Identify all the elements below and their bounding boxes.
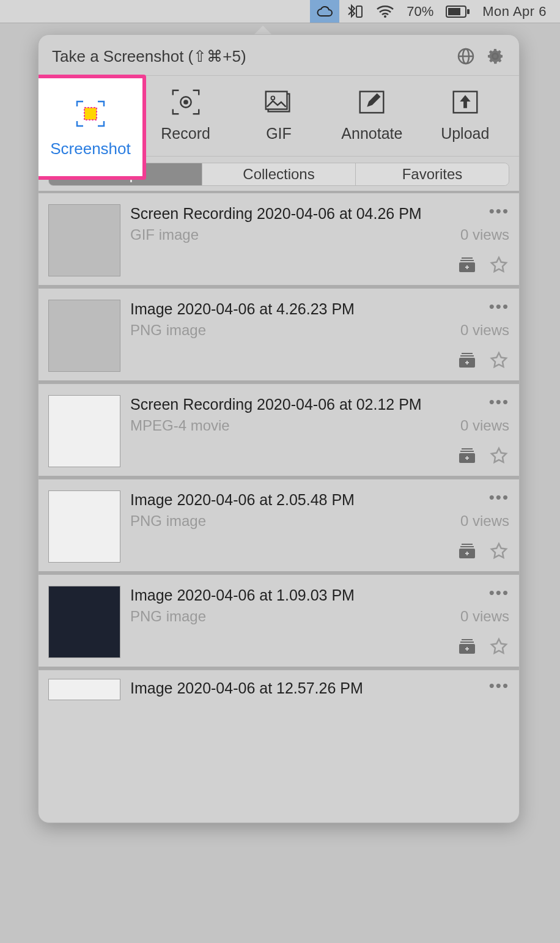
list-item[interactable]: Image 2020-04-06 at 1.09.03 PM ••• PNG i… (39, 574, 519, 670)
svg-point-10 (183, 100, 188, 105)
item-title: Screen Recording 2020-04-06 at 04.26 PM (130, 204, 428, 223)
star-icon[interactable] (488, 636, 509, 657)
item-type: GIF image (130, 226, 199, 243)
thumbnail (48, 586, 120, 658)
item-title: Image 2020-04-06 at 2.05.48 PM (130, 490, 361, 509)
item-views: 0 views (460, 512, 509, 530)
list-item[interactable]: Screen Recording 2020-04-06 at 04.26 PM … (39, 191, 519, 288)
drops-list: Screen Recording 2020-04-06 at 04.26 PM … (39, 191, 519, 823)
battery-percent: 70% (400, 0, 440, 23)
item-title: Screen Recording 2020-04-06 at 02.12 PM (130, 395, 428, 413)
upload-icon (449, 86, 482, 119)
svg-rect-4 (467, 9, 470, 14)
svg-rect-8 (84, 108, 97, 120)
globe-icon[interactable] (455, 46, 476, 67)
cloud-icon[interactable] (310, 0, 339, 23)
list-item[interactable]: Image 2020-04-06 at 4.26.23 PM ••• PNG i… (39, 288, 519, 383)
action-label: Record (161, 125, 210, 142)
action-annotate[interactable]: Annotate (332, 86, 411, 142)
annotate-icon (355, 86, 388, 119)
gif-icon (262, 86, 295, 119)
more-icon[interactable]: ••• (485, 679, 509, 690)
action-upload[interactable]: Upload (426, 86, 505, 142)
item-views: 0 views (460, 417, 509, 434)
item-type: PNG image (130, 322, 206, 339)
item-title: Image 2020-04-06 at 4.26.23 PM (130, 300, 361, 318)
more-icon[interactable]: ••• (485, 586, 509, 597)
star-icon[interactable] (488, 541, 509, 561)
list-item[interactable]: Screen Recording 2020-04-06 at 02.12 PM … (39, 383, 519, 479)
action-label: Upload (441, 125, 489, 142)
list-item[interactable]: Image 2020-04-06 at 2.05.48 PM ••• PNG i… (39, 479, 519, 574)
panel-title: Take a Screenshot (⇧⌘+5) (52, 47, 246, 66)
collection-icon[interactable] (457, 541, 477, 561)
collection-icon[interactable] (457, 636, 477, 657)
collection-icon[interactable] (457, 254, 477, 275)
actions-row: Screenshot . Record GIF Annotate Up (39, 76, 519, 156)
item-views: 0 views (460, 226, 509, 243)
collection-icon[interactable] (457, 445, 477, 466)
thumbnail (48, 204, 120, 276)
more-icon[interactable]: ••• (485, 204, 509, 215)
thumbnail (48, 679, 120, 700)
star-icon[interactable] (488, 254, 509, 275)
svg-rect-0 (356, 6, 362, 17)
collection-icon[interactable] (457, 350, 477, 371)
svg-rect-12 (266, 92, 287, 109)
tab-collections[interactable]: Collections (202, 163, 356, 185)
action-label: Annotate (341, 125, 402, 142)
menubar-date[interactable]: Mon Apr 6 (476, 0, 553, 23)
thumbnail (48, 300, 120, 372)
item-title: Image 2020-04-06 at 1.09.03 PM (130, 586, 361, 604)
panel-header: Take a Screenshot (⇧⌘+5) (39, 35, 519, 75)
popover-arrow (254, 26, 272, 35)
item-type: PNG image (130, 512, 206, 530)
menubar: 70% Mon Apr 6 (0, 0, 560, 23)
record-icon (169, 86, 202, 119)
thumbnail (48, 490, 120, 563)
battery-icon (440, 0, 476, 23)
item-type: MPEG-4 movie (130, 417, 230, 434)
more-icon[interactable]: ••• (485, 395, 509, 406)
more-icon[interactable]: ••• (485, 490, 509, 501)
item-views: 0 views (460, 322, 509, 339)
thumbnail (48, 395, 120, 467)
svg-rect-3 (448, 8, 460, 15)
action-label: Screenshot (50, 139, 131, 158)
item-views: 0 views (460, 608, 509, 625)
item-type: PNG image (130, 608, 206, 625)
gear-icon[interactable] (485, 46, 506, 67)
tab-favorites[interactable]: Favorites (356, 163, 509, 185)
action-gif[interactable]: GIF (239, 86, 319, 142)
item-title: Image 2020-04-06 at 12.57.26 PM (130, 679, 369, 697)
star-icon[interactable] (488, 445, 509, 466)
wifi-icon[interactable] (370, 0, 400, 23)
star-icon[interactable] (488, 350, 509, 371)
svg-point-1 (384, 15, 386, 18)
dropdown-panel: Take a Screenshot (⇧⌘+5) Screenshot . (38, 34, 520, 823)
list-item[interactable]: Image 2020-04-06 at 12.57.26 PM ••• (39, 670, 519, 704)
more-icon[interactable]: ••• (485, 300, 509, 311)
action-record[interactable]: Record (146, 86, 226, 142)
action-label: GIF (266, 125, 292, 142)
screenshot-icon[interactable] (73, 97, 108, 133)
bluetooth-icon[interactable] (339, 0, 370, 23)
screenshot-highlight: Screenshot (38, 75, 146, 180)
